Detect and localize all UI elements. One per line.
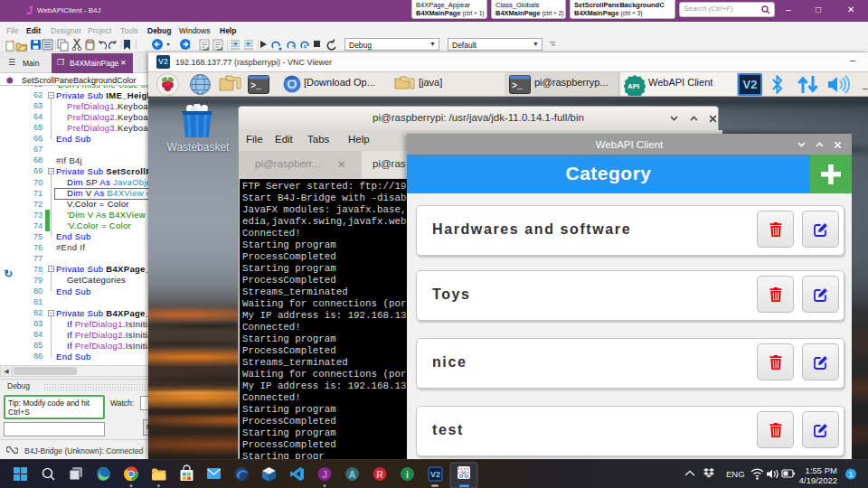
svg-text:R: R <box>376 469 383 480</box>
svg-text:i: i <box>406 469 409 480</box>
svg-text:>_: >_ <box>512 81 524 91</box>
svg-text:4/19/2022: 4/19/2022 <box>799 475 837 485</box>
svg-text:J: J <box>322 469 327 480</box>
svg-text:1:55 PM: 1:55 PM <box>806 465 837 475</box>
svg-text:V2: V2 <box>430 470 440 479</box>
svg-text:API: API <box>627 82 639 90</box>
svg-text:A: A <box>349 469 356 480</box>
svg-text:1: 1 <box>848 470 853 479</box>
svg-text:ENG: ENG <box>726 469 745 479</box>
